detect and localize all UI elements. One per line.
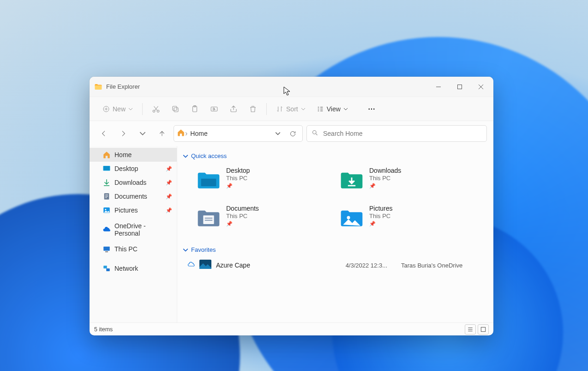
quick-item-downloads[interactable]: Downloads This PC 📌	[336, 164, 465, 199]
cloud-status-icon	[187, 261, 195, 270]
view-label: View	[327, 105, 341, 113]
desktop-icon	[102, 164, 111, 173]
search-icon	[312, 129, 318, 138]
favorite-item[interactable]: Azure Cape 4/3/2022 12:3... Taras Buria'…	[182, 256, 489, 274]
item-subtitle: This PC	[226, 213, 259, 219]
divider	[142, 103, 143, 115]
svg-rect-16	[105, 195, 108, 195]
item-name: Downloads	[369, 167, 401, 174]
address-dropdown-button[interactable]	[271, 127, 285, 140]
details-view-button[interactable]	[465, 324, 476, 335]
address-bar[interactable]: › Home	[174, 125, 303, 142]
sort-label: Sort	[286, 105, 298, 113]
pin-icon: 📌	[369, 183, 401, 189]
item-subtitle: This PC	[369, 175, 401, 182]
search-input[interactable]	[323, 130, 482, 137]
item-name: Azure Cape	[216, 262, 250, 269]
rename-button[interactable]	[205, 101, 223, 117]
sidebar-item-desktop[interactable]: Desktop 📌	[90, 162, 177, 176]
svg-rect-28	[205, 220, 212, 221]
documents-icon	[102, 192, 111, 201]
window-title: File Explorer	[106, 83, 140, 90]
pin-icon: 📌	[369, 221, 393, 227]
svg-rect-18	[105, 197, 107, 198]
chevron-down-icon	[301, 107, 306, 111]
cut-button[interactable]	[147, 101, 165, 117]
share-button[interactable]	[225, 101, 242, 117]
svg-rect-0	[458, 85, 462, 89]
minimize-button[interactable]	[428, 77, 449, 97]
svg-rect-24	[106, 268, 110, 271]
pin-icon: 📌	[166, 166, 172, 172]
svg-rect-31	[481, 327, 485, 331]
sidebar-item-network[interactable]: Network	[90, 262, 177, 275]
file-explorer-window: File Explorer New	[90, 77, 493, 335]
thumbnails-view-button[interactable]	[478, 324, 489, 335]
chevron-down-icon	[183, 153, 188, 159]
divider	[266, 103, 267, 115]
group-label: Quick access	[191, 152, 227, 159]
sidebar-item-documents[interactable]: Documents 📌	[90, 189, 177, 203]
refresh-button[interactable]	[286, 127, 300, 140]
sidebar-item-downloads[interactable]: Downloads 📌	[90, 176, 177, 189]
network-icon	[102, 264, 111, 273]
pin-icon: 📌	[166, 194, 172, 200]
sidebar-item-pictures[interactable]: Pictures 📌	[90, 203, 177, 217]
maximize-button[interactable]	[449, 77, 470, 97]
group-quick-access[interactable]: Quick access	[182, 150, 489, 162]
sidebar-item-home[interactable]: Home	[90, 148, 177, 162]
sort-button[interactable]: Sort	[271, 101, 310, 117]
svg-rect-27	[205, 218, 212, 219]
titlebar: File Explorer	[90, 77, 493, 97]
home-icon	[102, 151, 111, 159]
close-button[interactable]	[470, 77, 492, 97]
svg-rect-5	[173, 106, 177, 110]
copy-button[interactable]	[167, 101, 184, 117]
svg-rect-4	[174, 108, 178, 112]
view-button[interactable]: View	[312, 101, 353, 117]
sidebar-item-label: Pictures	[114, 207, 138, 214]
item-name: Desktop	[226, 167, 250, 174]
onedrive-icon	[102, 225, 111, 234]
back-button[interactable]	[96, 126, 112, 141]
quick-item-documents[interactable]: Documents This PC 📌	[193, 202, 322, 237]
sidebar-item-label: OneDrive - Personal	[114, 222, 172, 237]
sidebar-item-this-pc[interactable]: This PC	[90, 242, 177, 256]
group-label: Favorites	[191, 246, 216, 253]
chevron-down-icon	[183, 247, 188, 253]
up-button[interactable]	[154, 126, 170, 141]
forward-button[interactable]	[115, 126, 131, 141]
new-button[interactable]: New	[98, 101, 138, 117]
svg-point-2	[153, 110, 155, 112]
home-icon	[177, 128, 185, 139]
breadcrumb-home[interactable]: Home	[187, 130, 210, 137]
item-name: Documents	[226, 205, 259, 212]
svg-rect-17	[105, 196, 108, 196]
status-bar: 5 items	[90, 322, 493, 335]
this-pc-icon	[102, 245, 111, 253]
pin-icon: 📌	[226, 183, 250, 189]
sidebar-item-label: Downloads	[114, 179, 146, 186]
paste-button[interactable]	[186, 101, 204, 117]
svg-rect-21	[103, 247, 110, 251]
quick-item-desktop[interactable]: Desktop This PC 📌	[193, 164, 322, 199]
new-label: New	[113, 105, 126, 113]
item-name: Pictures	[369, 205, 393, 212]
svg-rect-22	[105, 251, 108, 252]
svg-point-29	[347, 216, 350, 219]
chevron-down-icon	[128, 107, 133, 111]
svg-point-9	[368, 108, 369, 109]
svg-point-20	[105, 209, 106, 210]
navigation-row: › Home	[90, 121, 493, 146]
sidebar-item-onedrive[interactable]: OneDrive - Personal	[90, 223, 177, 237]
group-favorites[interactable]: Favorites	[182, 243, 489, 256]
recent-locations-button[interactable]	[135, 126, 150, 141]
search-box[interactable]	[306, 125, 487, 142]
sidebar-item-label: Documents	[114, 193, 147, 200]
quick-item-pictures[interactable]: Pictures This PC 📌	[336, 202, 465, 237]
delete-button[interactable]	[244, 101, 262, 117]
pin-icon: 📌	[226, 221, 259, 227]
folder-pictures-icon	[339, 205, 365, 231]
more-button[interactable]	[363, 101, 380, 117]
pin-icon: 📌	[166, 207, 172, 213]
